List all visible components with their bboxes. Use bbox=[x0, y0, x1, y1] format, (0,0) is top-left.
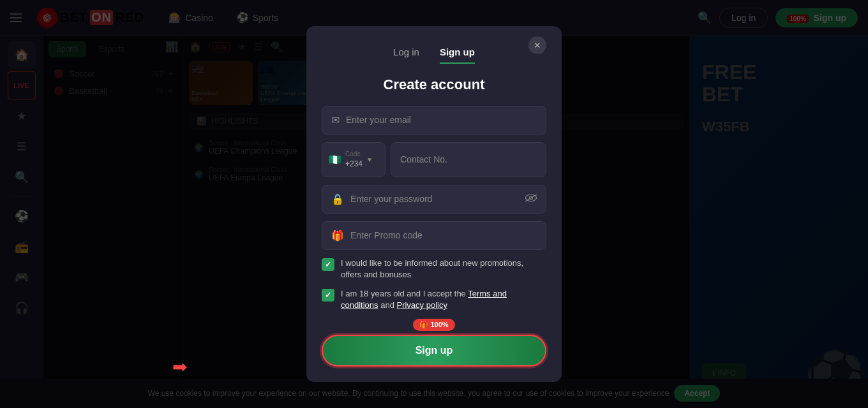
password-field: 🔒 bbox=[322, 185, 546, 214]
modal-tabs: Log in Sign up ✕ bbox=[322, 41, 546, 64]
promo-code-field: 🎁 bbox=[322, 221, 546, 250]
checkbox-row-terms: ✓ I am 18 years old and I accept the Ter… bbox=[322, 288, 546, 311]
checkbox-promotions[interactable]: ✓ bbox=[322, 258, 334, 271]
country-code-text: +234 bbox=[345, 159, 363, 168]
tab-login[interactable]: Log in bbox=[393, 41, 419, 64]
modal-overlay: Log in Sign up ✕ Create account ✉ 🇳🇬 Cod… bbox=[0, 0, 868, 408]
dropdown-arrow-icon: ▼ bbox=[366, 156, 373, 163]
bonus-badge: 🎁 100% bbox=[413, 319, 454, 331]
bonus-badge-area: 🎁 100% bbox=[322, 319, 546, 331]
country-code-selector[interactable]: 🇳🇬 Code +234 ▼ bbox=[322, 142, 385, 177]
phone-row: 🇳🇬 Code +234 ▼ Contact No. bbox=[322, 142, 546, 177]
email-icon: ✉ bbox=[331, 114, 340, 126]
signup-modal: Log in Sign up ✕ Create account ✉ 🇳🇬 Cod… bbox=[306, 26, 562, 382]
promo-input[interactable] bbox=[350, 230, 537, 240]
arrow-pointer: ➡ bbox=[172, 356, 187, 377]
modal-title: Create account bbox=[322, 76, 546, 93]
tab-signup[interactable]: Sign up bbox=[440, 41, 475, 64]
eye-toggle-icon[interactable] bbox=[525, 194, 537, 204]
email-input[interactable] bbox=[346, 115, 537, 125]
email-field: ✉ bbox=[322, 106, 546, 135]
country-flag: 🇳🇬 bbox=[329, 154, 341, 166]
password-input[interactable] bbox=[350, 194, 519, 204]
phone-input[interactable]: Contact No. bbox=[391, 142, 546, 177]
app-background: 🎯 BET ON RED 🎰 Casino ⚽ Sports 🔍 Log in … bbox=[0, 0, 868, 408]
checkbox-promotions-text: I would like to be informed about new pr… bbox=[341, 258, 546, 280]
checkbox-terms[interactable]: ✓ bbox=[322, 289, 334, 302]
gift-icon: 🎁 bbox=[331, 229, 344, 242]
checkbox-row-promotions: ✓ I would like to be informed about new … bbox=[322, 258, 546, 280]
checkbox-terms-text: I am 18 years old and I accept the Terms… bbox=[341, 288, 546, 311]
signup-modal-button[interactable]: Sign up bbox=[322, 335, 546, 367]
privacy-link[interactable]: Privacy policy bbox=[396, 300, 447, 310]
modal-close-button[interactable]: ✕ bbox=[528, 36, 546, 54]
lock-icon: 🔒 bbox=[331, 193, 344, 205]
